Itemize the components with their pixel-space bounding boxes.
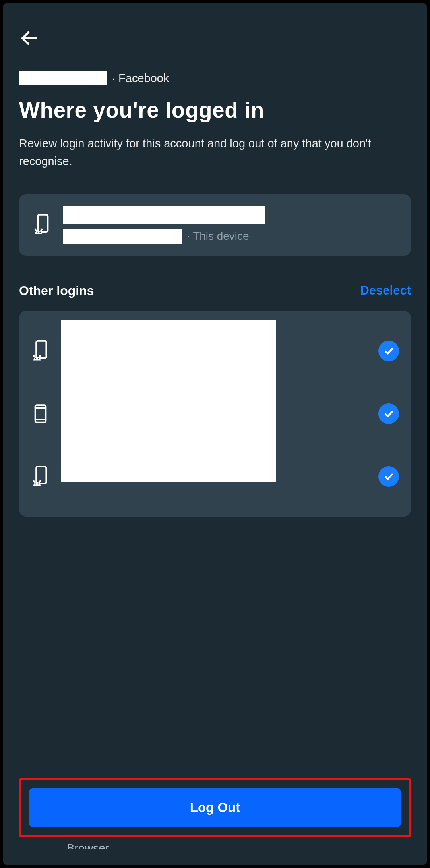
- svg-point-8: [38, 358, 39, 359]
- redacted-device-name: [63, 206, 265, 224]
- select-checkbox[interactable]: [378, 341, 399, 361]
- login-item[interactable]: [31, 382, 399, 445]
- svg-line-18: [39, 481, 40, 482]
- this-device-label: · This device: [187, 230, 249, 243]
- deselect-button[interactable]: Deselect: [360, 284, 411, 298]
- svg-point-16: [38, 483, 39, 484]
- select-checkbox[interactable]: [378, 466, 399, 487]
- other-logins-heading: Other logins: [19, 284, 94, 298]
- logout-button[interactable]: Log Out: [29, 788, 401, 827]
- page-subtitle: Review login activity for this account a…: [19, 135, 401, 170]
- android-phone-icon: [31, 465, 50, 488]
- svg-line-17: [34, 481, 35, 482]
- login-item[interactable]: [31, 320, 399, 382]
- tablet-icon: [31, 403, 50, 425]
- redacted-account-name: [19, 71, 107, 85]
- android-phone-icon: [31, 340, 50, 362]
- svg-rect-1: [38, 215, 48, 232]
- other-logins-list: [19, 311, 411, 517]
- redacted-device-location: [63, 229, 182, 244]
- cutoff-text: Browser: [67, 842, 411, 849]
- svg-line-5: [41, 230, 42, 231]
- svg-line-4: [35, 230, 36, 231]
- svg-rect-14: [36, 467, 46, 484]
- back-button[interactable]: [19, 27, 41, 49]
- page-title: Where you're logged in: [19, 97, 411, 123]
- breadcrumb: · Facebook: [19, 71, 411, 85]
- svg-point-7: [35, 358, 36, 359]
- svg-line-9: [34, 356, 35, 357]
- login-item[interactable]: [31, 445, 399, 508]
- svg-point-3: [39, 232, 41, 233]
- highlight-box: Log Out: [19, 778, 411, 837]
- svg-line-10: [39, 356, 40, 357]
- current-device-card[interactable]: · This device: [19, 194, 411, 256]
- select-checkbox[interactable]: [378, 403, 399, 424]
- svg-point-15: [35, 483, 36, 484]
- svg-point-2: [37, 232, 38, 233]
- breadcrumb-suffix: · Facebook: [112, 72, 169, 85]
- android-phone-icon: [33, 214, 52, 236]
- svg-rect-6: [36, 341, 46, 358]
